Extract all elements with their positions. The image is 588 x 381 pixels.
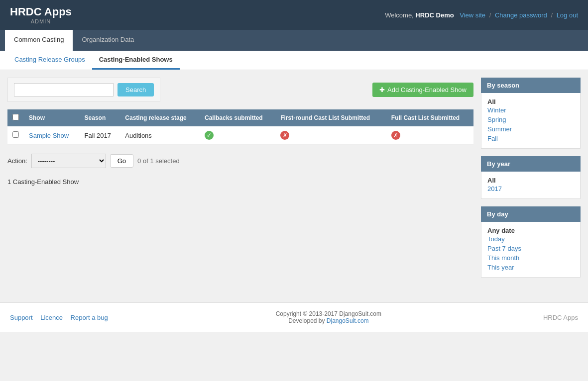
season-summer-link[interactable]: Summer — [487, 124, 574, 134]
sidebar-by-year: By year All 2017 — [481, 156, 581, 199]
col-casting-release-stage: Casting release stage — [120, 109, 200, 126]
change-password-link[interactable]: Change password — [495, 11, 547, 19]
sidebar-by-season-header: By season — [481, 78, 581, 93]
sidebar-by-year-content: All 2017 — [481, 172, 581, 199]
app-title: HRDC Apps — [10, 5, 72, 18]
content-area: Search ✚ Add Casting-Enabled Show Show S… — [7, 78, 473, 285]
count-text: 1 Casting-Enabled Show — [7, 178, 473, 186]
footer: Support Licence Report a bug Copyright ©… — [0, 302, 588, 332]
col-show: Show — [24, 109, 80, 126]
action-select[interactable]: -------- — [31, 154, 106, 168]
search-toolbar: Search ✚ Add Casting-Enabled Show — [7, 78, 473, 102]
year-2017-link[interactable]: 2017 — [487, 184, 574, 193]
support-link[interactable]: Support — [10, 314, 33, 321]
col-season: Season — [80, 109, 120, 126]
sidebar-by-day-header: By day — [481, 206, 581, 222]
row-checkbox-cell — [7, 126, 24, 145]
table-header-row: Show Season Casting release stage Callba… — [7, 109, 473, 126]
day-today-link[interactable]: Today — [487, 234, 574, 244]
season-all-active: All — [487, 98, 496, 105]
select-all-header — [7, 109, 24, 126]
view-site-link[interactable]: View site — [460, 11, 485, 19]
sub-tab-casting-release-groups[interactable]: Casting Release Groups — [7, 51, 92, 70]
action-row: Action: -------- Go 0 of 1 selected — [7, 150, 473, 172]
selected-info: 0 of 1 selected — [137, 157, 180, 165]
year-all-active: All — [487, 177, 496, 184]
sidebar-by-year-header: By year — [481, 156, 581, 172]
col-callbacks-submitted: Callbacks submitted — [200, 109, 275, 126]
sidebar-by-season-content: All Winter Spring Summer Fall — [481, 93, 581, 149]
add-icon: ✚ — [379, 86, 385, 94]
search-input[interactable] — [14, 83, 114, 96]
col-first-round: First-round Cast List Submitted — [275, 109, 386, 126]
main-layout: Search ✚ Add Casting-Enabled Show Show S… — [0, 70, 588, 292]
footer-brand: HRDC Apps — [543, 314, 578, 321]
sidebar: By season All Winter Spring Summer Fall … — [481, 78, 581, 285]
season-fall-link[interactable]: Fall — [487, 134, 574, 143]
row-show-cell: Sample Show — [24, 126, 80, 145]
row-callbacks-cell: ✓ — [200, 126, 275, 145]
show-link[interactable]: Sample Show — [29, 132, 69, 139]
sub-tab-casting-enabled-shows[interactable]: Casting-Enabled Shows — [92, 51, 180, 70]
header-user-area: Welcome, HRDC Demo View site / Change pa… — [385, 11, 578, 19]
sub-tabs: Casting Release Groups Casting-Enabled S… — [0, 51, 588, 70]
header: HRDC Apps ADMIN Welcome, HRDC Demo View … — [0, 0, 588, 30]
check-icon: ✓ — [205, 131, 214, 140]
nav-tab-organization-data[interactable]: Organization Data — [73, 30, 143, 51]
day-any-active: Any date — [487, 227, 515, 234]
row-full-cast-cell: ✗ — [386, 126, 473, 145]
header-branding: HRDC Apps ADMIN — [10, 5, 72, 24]
row-season-cell: Fall 2017 — [80, 126, 120, 145]
row-first-round-cell: ✗ — [275, 126, 386, 145]
search-bar: Search — [7, 78, 160, 102]
x-icon: ✗ — [280, 131, 289, 140]
col-full-cast: Full Cast List Submitted — [386, 109, 473, 126]
username-label: HRDC Demo — [415, 11, 454, 19]
row-stage-cell: Auditions — [120, 126, 200, 145]
table-row: Sample Show Fall 2017 Auditions ✓ ✗ — [7, 126, 473, 145]
go-button[interactable]: Go — [110, 154, 133, 168]
sidebar-by-season: By season All Winter Spring Summer Fall — [481, 78, 581, 149]
welcome-text: Welcome, — [385, 11, 414, 19]
licence-link[interactable]: Licence — [40, 314, 63, 321]
search-button[interactable]: Search — [118, 83, 154, 96]
nav-tabs: Common Casting Organization Data — [0, 30, 588, 51]
djangosuit-link[interactable]: DjangoSuit.com — [327, 317, 369, 324]
app-subtitle: ADMIN — [10, 18, 72, 24]
table-container: Show Season Casting release stage Callba… — [7, 109, 473, 145]
copyright-text: Copyright © 2013-2017 DjangoSuit.com — [276, 310, 381, 317]
day-past7-link[interactable]: Past 7 days — [487, 244, 574, 253]
log-out-link[interactable]: Log out — [557, 11, 578, 19]
day-this-year-link[interactable]: This year — [487, 263, 574, 272]
sidebar-by-day: By day Any date Today Past 7 days This m… — [481, 206, 581, 278]
sidebar-by-day-content: Any date Today Past 7 days This month Th… — [481, 222, 581, 278]
day-this-month-link[interactable]: This month — [487, 253, 574, 263]
select-all-checkbox[interactable] — [12, 114, 19, 120]
action-label: Action: — [7, 157, 27, 165]
x-icon: ✗ — [391, 131, 400, 140]
developed-by: Developed by DjangoSuit.com — [276, 317, 381, 324]
season-spring-link[interactable]: Spring — [487, 115, 574, 124]
report-bug-link[interactable]: Report a bug — [71, 314, 108, 321]
footer-links: Support Licence Report a bug — [10, 314, 114, 321]
footer-copyright: Copyright © 2013-2017 DjangoSuit.com Dev… — [276, 310, 381, 324]
add-casting-enabled-show-button[interactable]: ✚ Add Casting-Enabled Show — [372, 83, 473, 97]
row-select-checkbox[interactable] — [12, 131, 19, 138]
nav-tab-common-casting[interactable]: Common Casting — [5, 30, 73, 51]
shows-table: Show Season Casting release stage Callba… — [7, 109, 473, 145]
season-winter-link[interactable]: Winter — [487, 105, 574, 115]
